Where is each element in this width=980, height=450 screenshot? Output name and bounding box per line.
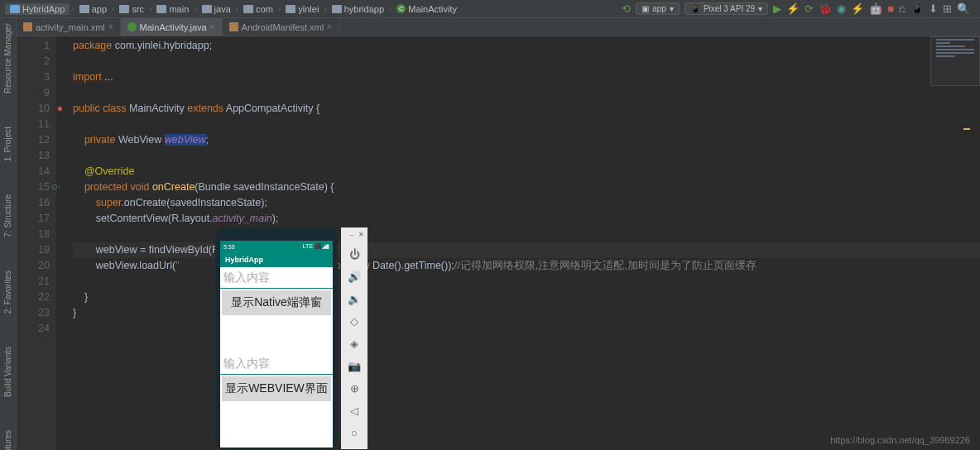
code-editor[interactable]: 1 2 3 9 10● 11 12 13 14 15O↑ 16 17 18 19… xyxy=(17,36,980,450)
structure-icon[interactable]: ⊞ xyxy=(943,2,952,15)
line-number: 15O↑ xyxy=(17,180,50,195)
stop-icon[interactable]: ■ xyxy=(887,2,894,15)
chevron-icon: › xyxy=(71,4,74,13)
code-keyword: public class xyxy=(73,103,127,114)
code-text: .onCreate(savedInstanceState); xyxy=(121,197,267,208)
sdk-icon[interactable]: ⬇ xyxy=(929,2,938,15)
chevron-icon: › xyxy=(194,4,196,13)
line-number: 16 xyxy=(17,195,50,211)
tab-activity-main[interactable]: activity_main.xml× xyxy=(17,18,121,36)
debug-icon[interactable]: 🐞 xyxy=(819,2,832,15)
breadcrumb-root[interactable]: HybridApp xyxy=(5,3,70,15)
attach-icon[interactable]: ⚡ xyxy=(851,2,864,15)
line-number: 20 xyxy=(17,258,50,274)
breadcrumb-item[interactable]: com xyxy=(240,4,276,14)
code-keyword: super xyxy=(96,197,122,208)
code-keyword: import xyxy=(73,71,102,83)
code-area[interactable]: package com.yinlei.hybridapp; import ...… xyxy=(56,36,980,450)
apply-changes-icon[interactable]: ⚡ xyxy=(786,2,800,15)
profile-icon[interactable]: ◉ xyxy=(837,2,846,15)
folder-icon xyxy=(243,5,253,13)
override-icon[interactable]: O↑ xyxy=(51,180,61,195)
breadcrumbs: HybridApp › app › src › main › java › co… xyxy=(0,3,622,15)
breadcrumb-item[interactable]: src xyxy=(116,4,147,14)
code-text: (Bundle savedInstanceState) { xyxy=(195,181,334,193)
line-number: 18 xyxy=(17,227,50,242)
tab-main-activity[interactable]: MainActivity.java× xyxy=(121,18,223,36)
code-text: webView = findViewById(R.id. xyxy=(73,244,233,256)
camera-icon[interactable]: 📷 xyxy=(348,360,361,372)
rerun-icon[interactable]: ⟳ xyxy=(805,2,814,15)
minimize-icon[interactable]: – xyxy=(350,231,353,238)
chevron-icon: › xyxy=(389,4,392,13)
tab-manifest[interactable]: AndroidManifest.xml× xyxy=(223,18,340,36)
device-dropdown[interactable]: 📱 Pixel 3 API 29 ▾ xyxy=(685,2,768,15)
breadcrumb-item[interactable]: main xyxy=(153,4,192,14)
volume-up-icon[interactable]: 🔊 xyxy=(348,270,361,283)
breadcrumb-leaf[interactable]: CMainActivity xyxy=(393,4,460,14)
line-number: 3 xyxy=(17,69,50,85)
emulator-button-native[interactable]: 显示Native端弹窗 xyxy=(222,290,331,315)
code-method: onCreate xyxy=(149,181,195,193)
android-icon[interactable]: 🤖 xyxy=(869,2,882,15)
minimap-line xyxy=(936,52,974,54)
breakpoint-icon[interactable]: ● xyxy=(56,101,63,117)
code-text: WebView xyxy=(115,134,164,146)
sync-icon[interactable]: ⟲ xyxy=(622,2,631,15)
emulator-input-1[interactable]: 输入内容 xyxy=(220,267,333,289)
code-keyword: package xyxy=(73,40,112,51)
breadcrumb-item[interactable]: hybridapp xyxy=(329,4,387,14)
line-number: 23 xyxy=(17,305,50,321)
xml-icon xyxy=(229,22,238,31)
emulator-screen[interactable]: 输入内容 显示Native端弹窗 输入内容 显示WEBVIEW界面 xyxy=(220,267,333,448)
emulator-window-controls: – ✕ xyxy=(350,231,368,238)
rotate-left-icon[interactable]: ◇ xyxy=(350,315,358,328)
code-comment: //记得加网络权限,注意网络明文适配,加时间是为了防止页面缓存 xyxy=(454,260,757,271)
avd-icon[interactable]: 📱 xyxy=(910,2,924,15)
sidebar-layout-captures[interactable]: Layout Captures xyxy=(3,430,12,450)
gutter: 1 2 3 9 10● 11 12 13 14 15O↑ 16 17 18 19… xyxy=(17,36,56,450)
back-icon[interactable]: ◁ xyxy=(350,405,358,417)
git-icon[interactable]: ⎌ xyxy=(899,2,906,15)
close-icon[interactable]: × xyxy=(327,22,332,31)
emulator-toolbar: – ✕ ⏻ 🔊 🔉 ◇ ◈ 📷 ⊕ ◁ ○ xyxy=(341,227,368,449)
code-text: setContentView(R.layout. xyxy=(73,213,213,224)
emulator-input-2[interactable]: 输入内容 xyxy=(220,353,333,375)
code-field: activity_main xyxy=(213,213,272,224)
search-icon[interactable]: 🔍 xyxy=(957,2,970,15)
code-text: ; xyxy=(206,134,209,146)
breadcrumb-item[interactable]: yinlei xyxy=(282,4,322,14)
line-number: 1 xyxy=(17,38,50,54)
watermark: https://blog.csdn.net/qq_39969226 xyxy=(830,435,970,445)
emulator-button-webview[interactable]: 显示WEBVIEW界面 xyxy=(222,376,331,401)
sidebar-project[interactable]: 1: Project xyxy=(3,127,12,161)
emulator-window[interactable]: 5:30 LTE ⬛◢▮ HybridApp 输入内容 显示Native端弹窗 … xyxy=(215,227,372,449)
close-icon[interactable]: × xyxy=(210,22,215,31)
minimap[interactable] xyxy=(930,36,980,86)
zoom-in-icon[interactable]: ⊕ xyxy=(350,382,359,395)
folder-icon xyxy=(286,5,295,13)
run-config-dropdown[interactable]: ▣ app ▾ xyxy=(636,2,680,15)
scrollbar-warning-marker[interactable] xyxy=(963,128,970,130)
code-keyword: protected void xyxy=(84,181,150,193)
line-number: 9 xyxy=(17,85,50,101)
run-icon[interactable]: ▶ xyxy=(773,2,781,15)
code-text: com.yinlei.hybridapp; xyxy=(112,40,212,51)
chevron-icon: › xyxy=(149,4,151,13)
sidebar-resource-manager[interactable]: Resource Manager xyxy=(3,23,12,93)
volume-down-icon[interactable]: 🔉 xyxy=(348,293,361,305)
power-icon[interactable]: ⏻ xyxy=(349,248,360,261)
spacer xyxy=(220,317,333,353)
sidebar-structure[interactable]: 7: Structure xyxy=(3,194,12,237)
close-icon[interactable]: × xyxy=(108,22,113,31)
breadcrumb-item[interactable]: java xyxy=(199,4,234,14)
sidebar-favorites[interactable]: 2: Favorites xyxy=(3,270,12,314)
line-number: 12 xyxy=(17,132,50,148)
close-icon[interactable]: ✕ xyxy=(358,231,364,238)
sidebar-build-variants[interactable]: Build Variants xyxy=(3,347,12,397)
current-line: webView = findViewById(R.id.webView); xyxy=(73,242,980,258)
rotate-right-icon[interactable]: ◈ xyxy=(350,338,358,350)
home-icon[interactable]: ○ xyxy=(351,427,358,439)
breadcrumb-item[interactable]: app xyxy=(76,4,110,14)
folder-icon xyxy=(156,5,166,13)
